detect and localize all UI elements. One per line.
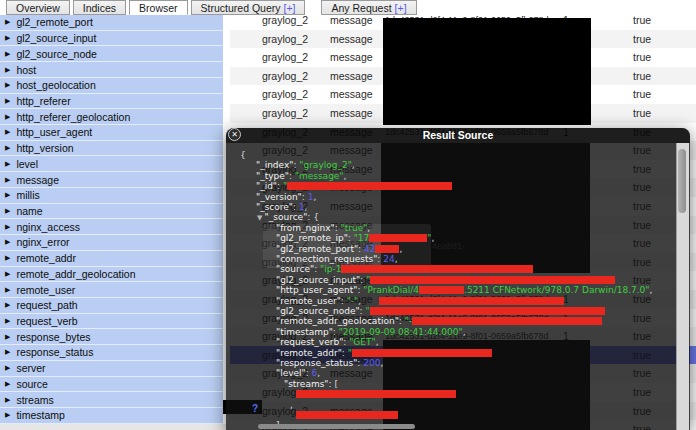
tab-indices[interactable]: Indices (73, 0, 126, 15)
expand-triangle-icon[interactable]: ▶ (5, 66, 10, 74)
sidebar-field-http_user_agent[interactable]: ▶http_user_agent (0, 125, 223, 141)
json-key: "from_nginx" (276, 223, 335, 233)
field-name: host_geolocation (16, 79, 95, 91)
sidebar-field-response_bytes[interactable]: ▶response_bytes (0, 329, 223, 345)
field-name: remote_user (16, 284, 75, 296)
expand-triangle-icon[interactable]: ▶ (5, 207, 10, 215)
tab-new-plus[interactable]: [+] (284, 2, 296, 14)
redaction-red-bar (412, 317, 602, 325)
json-key: "gl2_source_node" (276, 306, 360, 316)
json-punct: , (358, 296, 361, 306)
json-key: "http_user_agent" (276, 285, 357, 295)
tab-any-request[interactable]: Any Request[+] (321, 0, 416, 15)
sidebar-field-timestamp[interactable]: ▶timestamp (0, 408, 223, 424)
sidebar-field-http_referer[interactable]: ▶http_referer (0, 94, 223, 110)
field-name: http_referer_geolocation (16, 111, 130, 123)
sidebar-field-source[interactable]: ▶source (0, 377, 223, 393)
json-punct: , (395, 254, 398, 264)
json-line: "connection_requests": 24, (276, 254, 398, 264)
field-name: response_bytes (16, 331, 90, 343)
tab-browser[interactable]: Browser (129, 0, 188, 15)
sidebar-field-gl2_source_input[interactable]: ▶gl2_source_input (0, 31, 223, 47)
expand-triangle-icon[interactable]: ▶ (5, 97, 10, 105)
collapse-arrow-icon[interactable]: ▼ (257, 214, 265, 222)
expand-triangle-icon[interactable]: ▶ (5, 160, 10, 168)
json-line: "_score": 1, (256, 202, 307, 212)
expand-triangle-icon[interactable]: ▶ (5, 50, 10, 58)
expand-triangle-icon[interactable]: ▶ (5, 113, 10, 121)
sidebar-field-server[interactable]: ▶server (0, 361, 223, 377)
json-key: "_version" (256, 192, 302, 202)
sidebar-field-gl2_source_node[interactable]: ▶gl2_source_node (0, 46, 223, 62)
expand-triangle-icon[interactable]: ▶ (5, 380, 10, 388)
field-name: name (16, 205, 42, 217)
sidebar-field-host_geolocation[interactable]: ▶host_geolocation (0, 78, 223, 94)
expand-triangle-icon[interactable]: ▶ (5, 317, 10, 325)
tab-overview[interactable]: Overview (6, 0, 70, 15)
json-punct: , (399, 244, 402, 254)
tab-label: Browser (139, 2, 178, 14)
expand-triangle-icon[interactable]: ▶ (5, 254, 10, 262)
expand-triangle-icon[interactable]: ▶ (5, 301, 10, 309)
sidebar-field-request_verb[interactable]: ▶request_verb (0, 314, 223, 330)
sidebar-field-remote_addr_geolocation[interactable]: ▶remote_addr_geolocation (0, 267, 223, 283)
expand-triangle-icon[interactable]: ▶ (5, 411, 10, 419)
json-punct: , (380, 358, 383, 368)
sidebar-field-host[interactable]: ▶host (0, 62, 223, 78)
sidebar-field-millis[interactable]: ▶millis (0, 188, 223, 204)
expand-triangle-icon[interactable]: ▶ (5, 191, 10, 199)
expand-triangle-icon[interactable]: ▶ (5, 81, 10, 89)
sidebar-field-nginx_error[interactable]: ▶nginx_error (0, 235, 223, 251)
sidebar-field-message[interactable]: ▶message (0, 172, 223, 188)
json-punct: , (463, 327, 466, 337)
tab-label: Overview (16, 2, 60, 14)
json-key: "_source" (265, 212, 308, 222)
expand-triangle-icon[interactable]: ▶ (5, 128, 10, 136)
json-line: "source": "ip-1 (276, 264, 533, 274)
close-icon[interactable]: ✕ (228, 128, 241, 141)
tab-new-plus[interactable]: [+] (395, 2, 407, 14)
expand-triangle-icon[interactable]: ▶ (5, 238, 10, 246)
tab-bar: OverviewIndicesBrowserStructured Query[+… (0, 0, 696, 15)
ghost-id-fragment: 4eab81- (432, 241, 465, 251)
expand-triangle-icon[interactable]: ▶ (5, 348, 10, 356)
field-name: remote_addr (16, 252, 76, 264)
sidebar-field-http_version[interactable]: ▶http_version (0, 141, 223, 157)
json-str: "true" (341, 223, 368, 233)
redaction-red-bar (370, 276, 615, 284)
json-line: "remote_user": "-", (276, 296, 564, 306)
expand-triangle-icon[interactable]: ▶ (5, 34, 10, 42)
sidebar-field-nginx_access[interactable]: ▶nginx_access (0, 219, 223, 235)
json-str: "ip-1 (320, 264, 341, 274)
sidebar-field-level[interactable]: ▶level (0, 156, 223, 172)
json-line: , (290, 400, 293, 410)
expand-triangle-icon[interactable]: ▶ (5, 364, 10, 372)
redaction-red-bar (379, 297, 564, 305)
sidebar-field-response_status[interactable]: ▶response_status (0, 345, 223, 361)
redaction-red-bar (375, 245, 399, 253)
modal-horizontal-scrollbar-thumb[interactable] (258, 424, 415, 429)
expand-triangle-icon[interactable]: ▶ (5, 396, 10, 404)
json-punct: : { (307, 212, 319, 222)
sidebar-field-name[interactable]: ▶name (0, 204, 223, 220)
question-mark-icon: ? (252, 403, 258, 414)
sidebar-field-remote_user[interactable]: ▶remote_user (0, 282, 223, 298)
expand-triangle-icon[interactable]: ▶ (5, 18, 10, 26)
expand-triangle-icon[interactable]: ▶ (5, 286, 10, 294)
tab-structured-query[interactable]: Structured Query[+] (191, 0, 306, 15)
expand-triangle-icon[interactable]: ▶ (5, 270, 10, 278)
expand-triangle-icon[interactable]: ▶ (5, 223, 10, 231)
json-line: "from_nginx": "true", (276, 223, 370, 233)
sidebar-field-request_path[interactable]: ▶request_path (0, 298, 223, 314)
modal-vertical-scrollbar-thumb[interactable] (678, 149, 686, 213)
redaction-red-bar (419, 286, 464, 294)
json-line: "_index": "graylog_2", (256, 160, 355, 170)
sidebar-field-http_referer_geolocation[interactable]: ▶http_referer_geolocation (0, 109, 223, 125)
expand-triangle-icon[interactable]: ▶ (5, 333, 10, 341)
sidebar-field-gl2_remote_port[interactable]: ▶gl2_remote_port (0, 15, 223, 31)
expand-triangle-icon[interactable]: ▶ (5, 176, 10, 184)
expand-triangle-icon[interactable]: ▶ (5, 144, 10, 152)
sidebar-field-remote_addr[interactable]: ▶remote_addr (0, 251, 223, 267)
sidebar-field-streams[interactable]: ▶streams (0, 392, 223, 408)
json-num: 200 (363, 358, 380, 368)
